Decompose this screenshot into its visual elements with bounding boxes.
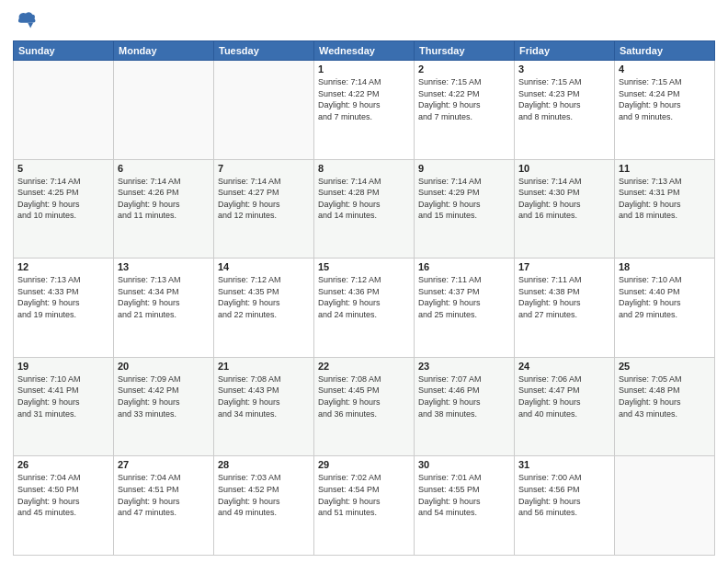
day-number: 20 [118,361,210,372]
day-info: Sunrise: 7:15 AM Sunset: 4:22 PM Dayligh… [418,76,510,122]
day-info: Sunrise: 7:14 AM Sunset: 4:27 PM Dayligh… [218,176,310,222]
calendar-table: SundayMondayTuesdayWednesdayThursdayFrid… [13,40,715,556]
day-number: 27 [118,459,210,470]
day-number: 29 [318,459,410,470]
day-number: 19 [17,361,109,372]
day-cell: 25Sunrise: 7:05 AM Sunset: 4:48 PM Dayli… [615,357,715,456]
day-cell: 19Sunrise: 7:10 AM Sunset: 4:41 PM Dayli… [14,357,114,456]
day-cell: 3Sunrise: 7:15 AM Sunset: 4:23 PM Daylig… [515,61,615,160]
day-info: Sunrise: 7:11 AM Sunset: 4:37 PM Dayligh… [418,274,510,320]
week-row-1: 5Sunrise: 7:14 AM Sunset: 4:25 PM Daylig… [14,159,715,259]
day-number: 21 [218,361,310,372]
day-number: 1 [318,63,410,75]
day-number: 14 [218,261,310,272]
day-info: Sunrise: 7:14 AM Sunset: 4:22 PM Dayligh… [318,76,410,122]
day-cell: 31Sunrise: 7:00 AM Sunset: 4:56 PM Dayli… [515,456,615,556]
day-number: 9 [418,163,510,174]
day-cell: 29Sunrise: 7:02 AM Sunset: 4:54 PM Dayli… [314,456,415,556]
day-info: Sunrise: 7:14 AM Sunset: 4:28 PM Dayligh… [318,176,410,222]
page: SundayMondayTuesdayWednesdayThursdayFrid… [0,0,728,563]
day-info: Sunrise: 7:12 AM Sunset: 4:35 PM Dayligh… [218,274,310,320]
day-cell: 11Sunrise: 7:13 AM Sunset: 4:31 PM Dayli… [615,159,715,259]
day-cell [615,456,715,556]
day-cell: 17Sunrise: 7:11 AM Sunset: 4:38 PM Dayli… [515,259,615,358]
day-info: Sunrise: 7:00 AM Sunset: 4:56 PM Dayligh… [518,472,610,518]
day-cell: 8Sunrise: 7:14 AM Sunset: 4:28 PM Daylig… [314,159,415,259]
day-info: Sunrise: 7:07 AM Sunset: 4:46 PM Dayligh… [418,373,510,419]
day-cell [14,61,114,160]
day-number: 31 [518,459,610,470]
day-info: Sunrise: 7:04 AM Sunset: 4:51 PM Dayligh… [118,472,210,518]
day-cell: 14Sunrise: 7:12 AM Sunset: 4:35 PM Dayli… [214,259,314,358]
day-info: Sunrise: 7:05 AM Sunset: 4:48 PM Dayligh… [619,373,711,419]
day-cell: 12Sunrise: 7:13 AM Sunset: 4:33 PM Dayli… [14,259,114,358]
day-info: Sunrise: 7:14 AM Sunset: 4:30 PM Dayligh… [518,176,610,222]
weekday-header-wednesday: Wednesday [314,41,415,61]
day-info: Sunrise: 7:10 AM Sunset: 4:40 PM Dayligh… [619,274,711,320]
day-number: 11 [619,163,711,174]
day-number: 23 [418,361,510,372]
day-number: 5 [17,163,109,174]
weekday-header-tuesday: Tuesday [214,41,314,61]
day-number: 25 [619,361,711,372]
day-cell: 20Sunrise: 7:09 AM Sunset: 4:42 PM Dayli… [114,357,214,456]
day-cell: 30Sunrise: 7:01 AM Sunset: 4:55 PM Dayli… [415,456,515,556]
day-number: 26 [17,459,109,470]
day-number: 18 [619,261,711,272]
weekday-header-saturday: Saturday [615,41,715,61]
day-info: Sunrise: 7:14 AM Sunset: 4:29 PM Dayligh… [418,176,510,222]
day-cell: 23Sunrise: 7:07 AM Sunset: 4:46 PM Dayli… [415,357,515,456]
week-row-2: 12Sunrise: 7:13 AM Sunset: 4:33 PM Dayli… [14,259,715,358]
day-info: Sunrise: 7:13 AM Sunset: 4:33 PM Dayligh… [17,274,109,320]
day-cell: 7Sunrise: 7:14 AM Sunset: 4:27 PM Daylig… [214,159,314,259]
day-info: Sunrise: 7:03 AM Sunset: 4:52 PM Dayligh… [218,472,310,518]
day-info: Sunrise: 7:02 AM Sunset: 4:54 PM Dayligh… [318,472,410,518]
day-number: 22 [318,361,410,372]
day-cell: 22Sunrise: 7:08 AM Sunset: 4:45 PM Dayli… [314,357,415,456]
day-number: 28 [218,459,310,470]
day-cell [114,61,214,160]
day-info: Sunrise: 7:08 AM Sunset: 4:45 PM Dayligh… [318,373,410,419]
weekday-header-friday: Friday [515,41,615,61]
day-cell: 13Sunrise: 7:13 AM Sunset: 4:34 PM Dayli… [114,259,214,358]
weekday-header-monday: Monday [114,41,214,61]
day-number: 30 [418,459,510,470]
day-cell: 18Sunrise: 7:10 AM Sunset: 4:40 PM Dayli… [615,259,715,358]
day-cell: 6Sunrise: 7:14 AM Sunset: 4:26 PM Daylig… [114,159,214,259]
day-number: 24 [518,361,610,372]
day-cell: 4Sunrise: 7:15 AM Sunset: 4:24 PM Daylig… [615,61,715,160]
day-info: Sunrise: 7:08 AM Sunset: 4:43 PM Dayligh… [218,373,310,419]
week-row-0: 1Sunrise: 7:14 AM Sunset: 4:22 PM Daylig… [14,61,715,160]
day-info: Sunrise: 7:01 AM Sunset: 4:55 PM Dayligh… [418,472,510,518]
day-cell: 1Sunrise: 7:14 AM Sunset: 4:22 PM Daylig… [314,61,415,160]
day-info: Sunrise: 7:11 AM Sunset: 4:38 PM Dayligh… [518,274,610,320]
day-number: 12 [17,261,109,272]
day-number: 10 [518,163,610,174]
day-cell: 24Sunrise: 7:06 AM Sunset: 4:47 PM Dayli… [515,357,615,456]
day-cell: 10Sunrise: 7:14 AM Sunset: 4:30 PM Dayli… [515,159,615,259]
day-cell: 21Sunrise: 7:08 AM Sunset: 4:43 PM Dayli… [214,357,314,456]
day-cell: 28Sunrise: 7:03 AM Sunset: 4:52 PM Dayli… [214,456,314,556]
day-info: Sunrise: 7:12 AM Sunset: 4:36 PM Dayligh… [318,274,410,320]
weekday-header-sunday: Sunday [14,41,114,61]
day-number: 8 [318,163,410,174]
day-info: Sunrise: 7:13 AM Sunset: 4:34 PM Dayligh… [118,274,210,320]
day-cell: 5Sunrise: 7:14 AM Sunset: 4:25 PM Daylig… [14,159,114,259]
day-number: 2 [418,63,510,75]
day-cell: 2Sunrise: 7:15 AM Sunset: 4:22 PM Daylig… [415,61,515,160]
header [13,9,715,33]
day-info: Sunrise: 7:06 AM Sunset: 4:47 PM Dayligh… [518,373,610,419]
day-info: Sunrise: 7:13 AM Sunset: 4:31 PM Dayligh… [619,176,711,222]
day-info: Sunrise: 7:15 AM Sunset: 4:23 PM Dayligh… [518,76,610,122]
day-info: Sunrise: 7:10 AM Sunset: 4:41 PM Dayligh… [17,373,109,419]
logo-icon [16,9,36,29]
day-number: 6 [118,163,210,174]
day-cell: 26Sunrise: 7:04 AM Sunset: 4:50 PM Dayli… [14,456,114,556]
day-number: 16 [418,261,510,272]
day-info: Sunrise: 7:04 AM Sunset: 4:50 PM Dayligh… [17,472,109,518]
day-cell: 9Sunrise: 7:14 AM Sunset: 4:29 PM Daylig… [415,159,515,259]
weekday-header-thursday: Thursday [415,41,515,61]
day-info: Sunrise: 7:09 AM Sunset: 4:42 PM Dayligh… [118,373,210,419]
day-number: 3 [518,63,610,75]
day-cell: 16Sunrise: 7:11 AM Sunset: 4:37 PM Dayli… [415,259,515,358]
